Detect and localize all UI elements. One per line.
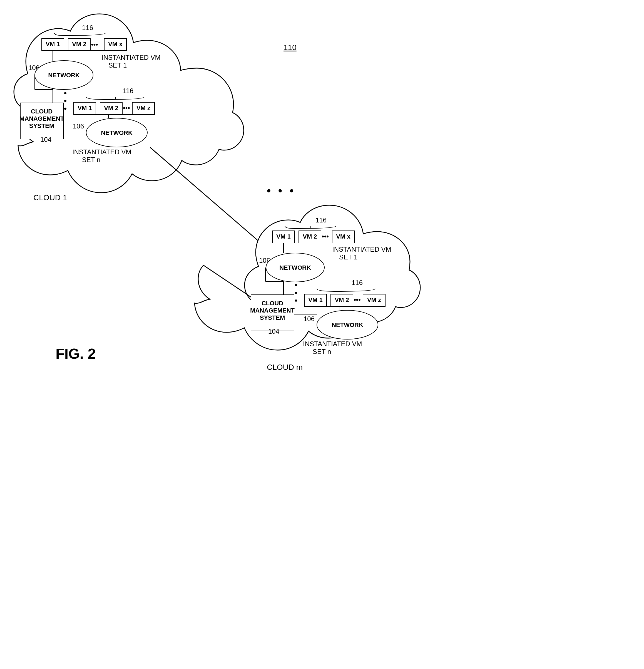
- cloudm-vmset1-label1: INSTANTIATED VM: [332, 245, 391, 253]
- cloud1-label: CLOUD 1: [33, 193, 67, 202]
- cloud1-vmsetn-vmz: VM z: [137, 104, 151, 112]
- cloud1-vmsetn-ref: 116: [122, 87, 133, 95]
- cloudm-vmset1-vm1: VM 1: [276, 233, 290, 240]
- cloudm-cms-label2: MANAGEMENT: [250, 307, 295, 314]
- cloud1-vmsetn-dots: •••: [123, 104, 130, 112]
- cloudm-vmset1-ref: 116: [315, 216, 327, 224]
- cloudm-network1-label: NETWORK: [279, 264, 311, 271]
- main-diagram-svg: 110 116 VM 1 VM 2 ••• VM x INSTANTIATED …: [0, 0, 644, 669]
- cloud1-vmset1-vmx: VM x: [108, 41, 123, 47]
- cloud1-vmset1-label1: INSTANTIATED VM: [101, 54, 160, 61]
- figure-label: FIG. 2: [56, 346, 96, 362]
- cloudm-vmsetn-vm2: VM 2: [335, 296, 349, 303]
- cloudm-vmsetn-vm1: VM 1: [308, 296, 323, 303]
- cloud1-vmsetn-vm2: VM 2: [104, 104, 118, 112]
- cloud1-vmset1-vm1: VM 1: [46, 41, 60, 47]
- cloudm-vmsetn-ref: 116: [352, 279, 363, 286]
- cloud1-cms-label3: SYSTEM: [29, 122, 54, 129]
- cloud1-network1-label: NETWORK: [48, 72, 80, 79]
- cloudm-vmset1-vmx: VM x: [336, 233, 350, 240]
- cloud1-network2-label: NETWORK: [101, 129, 132, 136]
- cloudm-label: CLOUD m: [267, 363, 303, 371]
- cloudm-vmset1-dots: •••: [321, 232, 329, 240]
- cloud1-vmset1-vm2: VM 2: [72, 41, 86, 47]
- cloud1-vmset1-label2: SET 1: [109, 61, 127, 69]
- middle-dots: • • •: [267, 185, 296, 197]
- cloud1-vmsetn-label1: INSTANTIATED VM: [72, 148, 131, 156]
- cloud1-cms-label1: CLOUD: [31, 108, 53, 115]
- cloudm-cms-label1: CLOUD: [261, 300, 283, 307]
- cloud1-vmsetn-label2: SET n: [82, 156, 100, 163]
- cloud1-ref: 110: [284, 43, 297, 52]
- cloudm-vmsetn-dots: •••: [354, 296, 360, 303]
- cloudm-vmset1-vm2: VM 2: [303, 233, 317, 240]
- cloudm-vmset1-label2: SET 1: [339, 253, 357, 261]
- cloud1-cms-label2: MANAGEMENT: [19, 115, 64, 122]
- cloudm-cms-ref: 104: [268, 328, 279, 335]
- cloudm-vmsetn-vmz: VM z: [367, 296, 381, 303]
- cloud1-vmset1-ref: 116: [82, 24, 93, 31]
- cloudm-network2-ref: 106: [303, 315, 315, 323]
- cloud1-network2-ref: 106: [73, 122, 84, 130]
- cloudm-vmsetn-label2: SET n: [313, 348, 331, 355]
- diagram-container: 110 116 VM 1 VM 2 ••• VM x INSTANTIATED …: [0, 0, 644, 669]
- cloud1-vmsetn-vm1: VM 1: [77, 104, 92, 112]
- svg-text:•: •: [64, 104, 67, 113]
- cloud1-vmset1-dots: •••: [91, 41, 98, 48]
- cloudm-cms-label3: SYSTEM: [260, 314, 285, 321]
- svg-text:•: •: [295, 296, 298, 305]
- cloudm-network2-label: NETWORK: [332, 322, 363, 328]
- cloudm-vmsetn-label1: INSTANTIATED VM: [303, 340, 362, 347]
- cloud1-cms-ref: 104: [40, 136, 52, 143]
